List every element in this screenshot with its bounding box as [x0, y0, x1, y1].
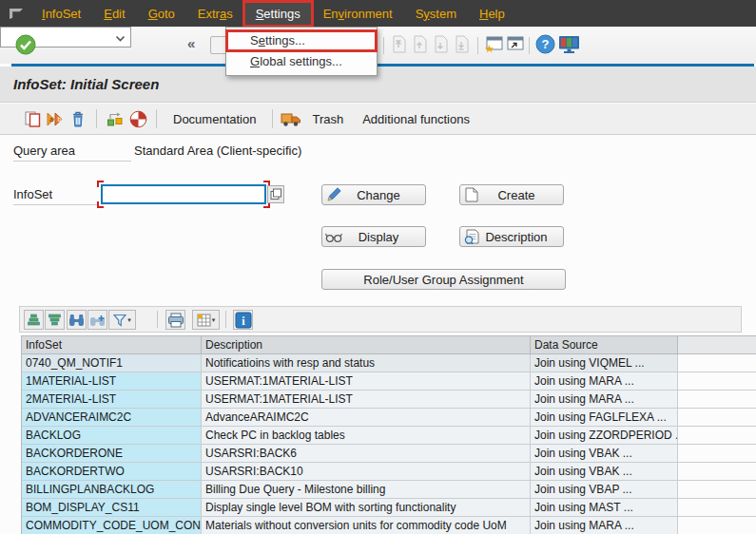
cell-data-source[interactable]: Join using VBAK ... [531, 463, 678, 481]
additional-functions-button[interactable]: Additional functions [353, 108, 479, 130]
cell-data-source[interactable]: Join using ZZORDPERIOD ... [531, 427, 678, 445]
cell-filler [678, 499, 756, 517]
menu-item-settings[interactable]: Settings [244, 2, 312, 26]
cell-description[interactable]: Check PC in backlog tables [202, 427, 531, 445]
toolbar-separator [477, 37, 478, 54]
column-header-description[interactable]: Description [202, 336, 531, 354]
cell-description[interactable]: USERMAT:1MATERIAL-LIST [202, 372, 531, 391]
rename-icon[interactable]: ab [45, 107, 66, 130]
export-icon[interactable]: ▾ [192, 310, 220, 330]
grid-toolbar: ▾ ▾ i [19, 306, 742, 333]
window-menu-icon[interactable] [9, 8, 25, 20]
gui-layout-icon[interactable] [558, 35, 580, 54]
change-button[interactable]: Change [321, 184, 426, 205]
cell-infoset[interactable]: 0740_QM_NOTIF1 [22, 354, 202, 372]
cell-infoset[interactable]: COMMODITY_CODE_UOM_CONV [22, 517, 202, 534]
toolbar-separator [383, 37, 384, 54]
cell-description[interactable]: USARSRI:BACK10 [202, 463, 531, 481]
table-row[interactable]: BOM_DISPLAY_CS11Display single level BOM… [22, 499, 756, 517]
enter-check-icon[interactable] [15, 34, 36, 55]
svg-text:b: b [58, 116, 62, 123]
status-pie-icon[interactable] [127, 107, 148, 130]
menu-item-edit[interactable]: Edit [92, 2, 136, 26]
toolbar-separator [96, 109, 97, 128]
table-row[interactable]: 0740_QM_NOTIF1Notificatioins with resp a… [22, 354, 756, 372]
system-toolbar: « ? [0, 27, 756, 64]
cell-filler [678, 481, 756, 499]
infoset-input[interactable] [101, 184, 266, 204]
matchcode-search-button[interactable] [267, 185, 284, 203]
sap-gui-window: InfoSetEditGotoExtrasSettingsEnvironment… [0, 0, 756, 534]
cell-infoset[interactable]: 2MATERIAL-LIST [22, 391, 202, 409]
create-button[interactable]: Create [459, 184, 564, 205]
cell-data-source[interactable]: Join using VBAP ... [531, 481, 678, 499]
column-header-infoset[interactable]: InfoSet [22, 336, 202, 354]
delete-trash-icon[interactable] [68, 107, 88, 130]
chevron-down-icon[interactable] [115, 29, 126, 46]
table-row[interactable]: COMMODITY_CODE_UOM_CONVMaterials without… [22, 517, 756, 534]
new-session-icon[interactable] [484, 36, 503, 53]
table-row[interactable]: 2MATERIAL-LISTUSERMAT:1MATERIAL-LISTJoin… [22, 391, 756, 409]
table-row[interactable]: 1MATERIAL-LISTUSERMAT:1MATERIAL-LISTJoin… [22, 372, 756, 391]
next-page-icon [433, 35, 449, 53]
dropdown-item-settings[interactable]: Settings... [226, 30, 377, 51]
transport-truck-icon[interactable] [281, 107, 301, 130]
cell-data-source[interactable]: Join using VBAK ... [531, 445, 678, 463]
cell-description[interactable]: Display single level BOM with sorting fu… [202, 499, 531, 517]
menu-item-extras[interactable]: Extras [186, 2, 244, 26]
description-button[interactable]: Description [459, 226, 564, 247]
table-row[interactable]: BACKORDERONEUSARSRI:BACK6Join using VBAK… [22, 445, 756, 463]
table-row[interactable]: BILLINGPLANBACKLOGBilling Due Query - Mi… [22, 481, 756, 499]
cell-data-source[interactable]: Join using MAST ... [531, 499, 678, 517]
collapse-toolbar-icon[interactable]: « [187, 35, 195, 51]
cell-infoset[interactable]: ADVANCERAIMC2C [22, 409, 202, 427]
cell-description[interactable]: AdvanceARAIMC2C [202, 409, 531, 427]
menu-item-environment[interactable]: Environment [312, 2, 404, 26]
table-row[interactable]: BACKLOGCheck PC in backlog tablesJoin us… [22, 427, 756, 445]
find-next-icon[interactable] [87, 310, 107, 330]
create-shortcut-icon[interactable] [506, 36, 525, 53]
table-row[interactable]: BACKORDERTWOUSARSRI:BACK10Join using VBA… [22, 463, 756, 481]
table-body: 0740_QM_NOTIF1Notificatioins with resp a… [22, 354, 756, 534]
cell-data-source[interactable]: Join using VIQMEL ... [531, 354, 678, 372]
table-row[interactable]: ADVANCERAIMC2CAdvanceARAIMC2CJoin using … [22, 409, 756, 427]
dropdown-item-global-settings[interactable]: Global settings... [226, 51, 377, 72]
column-header-data-source[interactable]: Data Source [531, 336, 678, 354]
cell-data-source[interactable]: Join using MARA ... [531, 517, 678, 534]
find-icon[interactable] [67, 310, 87, 330]
cell-infoset[interactable]: BOM_DISPLAY_CS11 [22, 499, 202, 517]
compare-adjust-icon[interactable] [105, 107, 126, 130]
cell-infoset[interactable]: 1MATERIAL-LIST [22, 372, 202, 391]
menu-item-help[interactable]: Help [468, 2, 516, 26]
infoset-table: InfoSet Description Data Source 0740_QM_… [21, 335, 756, 534]
cell-description[interactable]: Billing Due Query - Milestone billing [202, 481, 531, 499]
cell-description[interactable]: USERMAT:1MATERIAL-LIST [202, 391, 531, 409]
sort-descending-icon[interactable] [45, 310, 65, 330]
trash-button[interactable]: Trash [302, 108, 353, 130]
sort-ascending-icon[interactable] [24, 310, 44, 330]
cell-infoset[interactable]: BACKORDERONE [22, 445, 202, 463]
cell-description[interactable]: Notificatioins with resp and status [202, 354, 531, 372]
display-button[interactable]: Display [321, 226, 426, 247]
cell-infoset[interactable]: BILLINGPLANBACKLOG [22, 481, 202, 499]
cell-infoset[interactable]: BACKLOG [22, 427, 202, 445]
cell-data-source[interactable]: Join using FAGLFLEXA ... [531, 409, 678, 427]
cell-data-source[interactable]: Join using MARA ... [531, 372, 678, 391]
filter-icon[interactable]: ▾ [108, 310, 136, 330]
help-icon[interactable]: ? [535, 34, 555, 54]
query-area-label: Query area [13, 143, 131, 162]
menu-bar: InfoSetEditGotoExtrasSettingsEnvironment… [0, 0, 756, 27]
documentation-button[interactable]: Documentation [164, 108, 265, 130]
info-icon[interactable]: i [233, 310, 253, 330]
cell-infoset[interactable]: BACKORDERTWO [22, 463, 202, 481]
role-user-group-assignment-button[interactable]: Role/User Group Assignment [321, 269, 566, 290]
cell-data-source[interactable]: Join using MARA ... [531, 391, 678, 409]
cell-description[interactable]: Materials without conversion units for c… [202, 517, 531, 534]
cell-description[interactable]: USARSRI:BACK6 [202, 445, 531, 463]
menu-item-infoset[interactable]: InfoSet [30, 2, 92, 26]
print-icon[interactable] [165, 310, 185, 330]
application-toolbar: ab Documentation Trash Additional functi… [0, 104, 756, 135]
copy-icon[interactable] [22, 107, 43, 130]
menu-item-system[interactable]: System [404, 2, 468, 26]
menu-item-goto[interactable]: Goto [137, 2, 186, 26]
